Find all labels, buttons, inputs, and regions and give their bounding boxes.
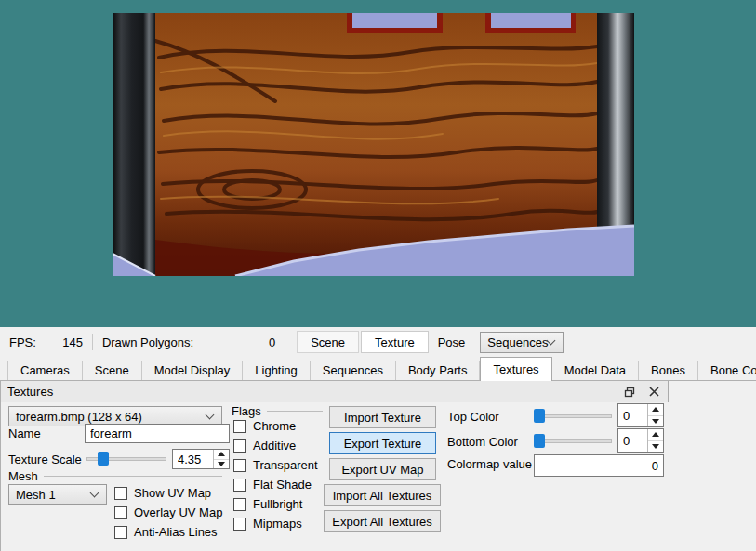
sequences-select[interactable]: Sequences — [480, 332, 564, 353]
tab-textures[interactable]: Textures — [480, 357, 551, 381]
arrow-up-icon — [652, 407, 659, 412]
mipmaps-checkbox[interactable] — [233, 518, 246, 531]
close-panel-button[interactable] — [643, 383, 664, 400]
chevron-down-icon — [206, 411, 215, 420]
panel-title: Textures — [7, 385, 619, 399]
texture-scale-input[interactable] — [173, 450, 213, 468]
texture-viewport[interactable] — [0, 0, 756, 327]
float-panel-button[interactable] — [619, 383, 640, 400]
export-texture-button[interactable]: Export Texture — [329, 432, 436, 454]
tab-model-data[interactable]: Model Data — [552, 361, 639, 380]
spin-up-button[interactable] — [648, 429, 663, 440]
slider-handle[interactable] — [98, 452, 109, 466]
bottom-color-label: Bottom Color — [447, 435, 518, 449]
flags-group-label: Flags — [232, 404, 261, 418]
colormap-value-input[interactable] — [534, 454, 664, 477]
spin-down-button[interactable] — [648, 415, 663, 427]
mesh-group-label: Mesh — [8, 469, 38, 483]
tab-model-display[interactable]: Model Display — [142, 361, 244, 380]
scene-view-button[interactable]: Scene — [297, 331, 359, 353]
group-divider — [44, 476, 222, 477]
arrow-down-icon — [218, 462, 225, 466]
top-color-spinbox[interactable] — [617, 403, 664, 427]
name-input[interactable] — [85, 424, 230, 443]
tab-scene[interactable]: Scene — [83, 361, 142, 380]
texture-view-button[interactable]: Texture — [361, 331, 429, 353]
spin-up-button[interactable] — [214, 450, 229, 459]
overlay-uv-map-label: Overlay UV Map — [134, 505, 222, 519]
fullbright-checkbox-row[interactable]: Fullbright — [233, 497, 302, 511]
bottom-color-spinbox[interactable] — [617, 428, 664, 453]
additive-label: Additive — [253, 439, 296, 453]
chrome-label: Chrome — [253, 419, 296, 433]
sequences-select-value: Sequences — [487, 335, 548, 349]
export-all-textures-button[interactable]: Export All Textures — [324, 510, 441, 532]
mipmaps-checkbox-row[interactable]: Mipmaps — [233, 517, 302, 531]
show-uv-map-checkbox-row[interactable]: Show UV Map — [114, 486, 211, 500]
tab-bones[interactable]: Bones — [639, 361, 698, 380]
top-color-label: Top Color — [447, 410, 499, 424]
additive-checkbox-row[interactable]: Additive — [233, 439, 296, 453]
arrow-up-icon — [218, 452, 225, 456]
chrome-checkbox-row[interactable]: Chrome — [233, 419, 296, 433]
show-uv-map-checkbox[interactable] — [114, 487, 127, 500]
colormap-value-label: Colormap value — [447, 457, 532, 471]
anti-alias-lines-checkbox-row[interactable]: Anti-Alias Lines — [114, 525, 218, 539]
transparent-label: Transparent — [253, 458, 318, 472]
flat-shade-checkbox-row[interactable]: Flat Shade — [233, 478, 312, 492]
anti-alias-lines-checkbox[interactable] — [114, 526, 127, 539]
model-viewer-window: FPS: 145 Drawn Polygons: 0 Scene Texture… — [0, 0, 756, 551]
chevron-down-icon — [90, 489, 99, 498]
tab-cameras[interactable]: Cameras — [7, 361, 83, 380]
bottom-color-input[interactable] — [618, 429, 647, 452]
top-color-slider[interactable] — [534, 409, 612, 423]
transparent-checkbox-row[interactable]: Transparent — [233, 458, 318, 472]
fps-label: FPS: — [9, 335, 36, 349]
texture-scale-spinbox[interactable] — [172, 449, 230, 469]
chevron-down-icon — [547, 336, 556, 346]
status-bar: FPS: 145 Drawn Polygons: 0 Scene Texture… — [0, 327, 756, 357]
separator — [92, 334, 93, 350]
additive-checkbox[interactable] — [233, 439, 246, 453]
float-icon — [624, 387, 635, 398]
show-uv-map-label: Show UV Map — [134, 486, 211, 500]
texture-scale-slider[interactable] — [86, 452, 166, 466]
textures-panel-header: Textures — [0, 381, 669, 402]
import-texture-button[interactable]: Import Texture — [329, 406, 436, 428]
mesh-select[interactable]: Mesh 1 — [8, 484, 107, 505]
transparent-checkbox[interactable] — [233, 459, 246, 472]
fullbright-checkbox[interactable] — [233, 498, 246, 511]
mipmaps-label: Mipmaps — [253, 517, 302, 531]
overlay-uv-map-checkbox[interactable] — [114, 506, 127, 519]
drawn-polygons-label: Drawn Polygons: — [102, 335, 193, 349]
tab-body-parts[interactable]: Body Parts — [396, 361, 481, 380]
fps-value: 145 — [36, 335, 83, 349]
slider-handle[interactable] — [534, 434, 545, 448]
tab-bone-controllers[interactable]: Bone Controllers — [698, 361, 756, 380]
export-uv-map-button[interactable]: Export UV Map — [329, 458, 436, 480]
panel-tab-bar: Cameras Scene Model Display Lighting Seq… — [0, 357, 756, 381]
texture-file-select-value: forearm.bmp (128 x 64) — [16, 410, 142, 424]
separator — [285, 334, 285, 350]
drawn-polygons-value: 0 — [193, 335, 275, 349]
tab-lighting[interactable]: Lighting — [243, 361, 311, 380]
spin-down-button[interactable] — [214, 459, 229, 469]
arrow-down-icon — [652, 419, 659, 424]
bottom-color-slider[interactable] — [534, 434, 612, 448]
chrome-checkbox[interactable] — [233, 420, 246, 433]
spin-up-button[interactable] — [648, 404, 663, 415]
pose-button[interactable]: Pose — [431, 331, 473, 353]
slider-handle[interactable] — [534, 409, 545, 423]
overlay-uv-map-checkbox-row[interactable]: Overlay UV Map — [114, 505, 222, 519]
arrow-up-icon — [652, 432, 659, 437]
tab-sequences[interactable]: Sequences — [311, 361, 396, 380]
flat-shade-checkbox[interactable] — [233, 479, 246, 492]
arrow-down-icon — [652, 444, 659, 449]
name-label: Name — [8, 426, 41, 440]
group-divider — [267, 411, 323, 412]
texture-preview-image — [113, 13, 634, 276]
spin-down-button[interactable] — [648, 440, 663, 453]
fullbright-label: Fullbright — [253, 497, 302, 511]
import-all-textures-button[interactable]: Import All Textures — [324, 484, 441, 506]
top-color-input[interactable] — [618, 404, 647, 426]
